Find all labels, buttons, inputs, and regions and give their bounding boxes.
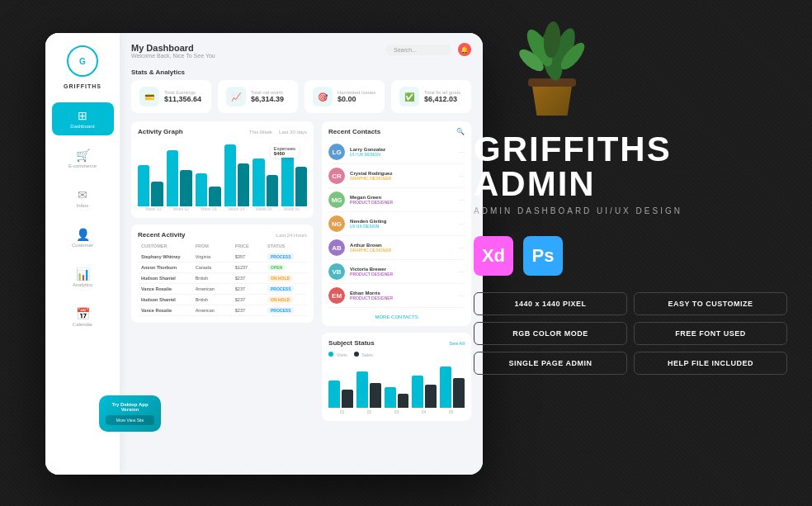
brand-name: GRIFFITHS ADMIN (474, 132, 787, 201)
header-right: Search... 🔔 (385, 43, 471, 56)
sales-bar-5 (453, 378, 465, 408)
bar-2a (167, 150, 178, 206)
feature-badge-2: RGB COLOR MODE (474, 322, 627, 345)
search-bar[interactable]: Search... (385, 45, 451, 55)
stats-section: Stats & Analytics 💳 Total Earnings $11,3… (131, 69, 471, 113)
table-row: Stephany Whitney Virginia $357 PROCESS (138, 252, 307, 262)
right-column: Recent Contacts 🔍 LG Larry Gonzalez UI /… (322, 121, 471, 421)
table-row: Vance Rosalie American $237 PROCESS (138, 305, 307, 316)
contact-avatar-6: VB (328, 263, 345, 280)
more-dots-7[interactable]: ··· (459, 292, 465, 300)
bar-5a (253, 158, 264, 206)
contact-item-2: CR Crystal Rodriguez GRAPHIC DESIGNER ··… (328, 164, 465, 188)
contact-avatar-2: CR (328, 168, 345, 184)
contact-info-5: Arthur Brown GRAPHIC DESIGNER (350, 243, 454, 253)
sidebar-brand: GRIFFITHS (64, 83, 102, 89)
feature-badge-4: SINGLE PAGE ADMIN (474, 352, 627, 375)
status-badge: ON HOLD (267, 296, 293, 303)
bar-group-2 (167, 150, 192, 206)
analytics-icon: 📊 (76, 267, 90, 281)
earnings-info: Total Earnings $11,356.64 (164, 90, 201, 103)
graph-x-labels: Week 01 Week 02 Week 03 Week 04 Week 05 … (138, 206, 307, 211)
home-icon: ⊞ (78, 109, 87, 122)
stat-networth: 📈 Total net worth $6,314.39 (218, 80, 298, 113)
sidebar-label-inbox: Inbox (77, 203, 89, 208)
more-contacts-button[interactable]: MORE CONTACTS (328, 311, 465, 319)
goals-icon: ✅ (399, 87, 419, 106)
status-legend: Visits Sales (328, 352, 465, 357)
graph-area: Expenses $460 (138, 140, 307, 206)
brand-subtitle: ADMIN DASHBOARD UI/UX DESIGN (474, 206, 787, 215)
bar-1a (138, 165, 149, 206)
contact-avatar-7: EM (328, 287, 345, 304)
feature-badge-1: EASY TO CUSTOMIZE (634, 292, 787, 315)
networth-icon: 📈 (226, 87, 246, 106)
graph-title: Activity Graph (138, 128, 183, 135)
activity-header: Recent Activity Last 24 Hours (138, 231, 307, 239)
sidebar-item-calendar[interactable]: 📅 Calendar (52, 300, 114, 333)
page-title: My Dashboard (131, 43, 215, 53)
feature-badge-5: HELP FILE INCLUDED (634, 352, 787, 375)
bar-1b (151, 182, 163, 206)
header: My Dashboard Welcome Back, Nice To See Y… (131, 43, 471, 59)
contact-item-7: EM Ethan Morris PRODUCT DESIGNER ··· (328, 284, 465, 308)
more-dots-3[interactable]: ··· (459, 196, 465, 204)
status-bar-group-3 (385, 387, 409, 408)
more-dots-1[interactable]: ··· (459, 149, 465, 156)
try-app-title: Try Dektop App Version (106, 402, 154, 412)
sales-dot (354, 352, 359, 357)
status-badge: PROCESS (267, 253, 294, 260)
visits-bar-3 (385, 387, 396, 408)
contact-item-4: NG Nenden Gisting UI/ UX DESIGN ··· (328, 212, 465, 236)
visits-dot (328, 352, 333, 357)
subject-status: Subject Status See All Visits Sales (322, 333, 471, 421)
sidebar-item-ecommerce[interactable]: 🛒 E-commerce (52, 142, 114, 175)
bar-group-3 (196, 173, 221, 206)
sidebar-label-calendar: Calendar (73, 322, 92, 327)
sidebar-item-dashboard[interactable]: ⊞ Dashboard (52, 102, 114, 135)
stats-row: 💳 Total Earnings $11,356.64 📈 Total net … (131, 80, 471, 113)
bar-6b (295, 167, 307, 206)
status-badge: PROCESS (267, 286, 294, 292)
visits-bar-2 (356, 371, 368, 408)
brand-section: GRIFFITHS ADMIN ADMIN DASHBOARD UI/UX DE… (474, 132, 787, 215)
contact-avatar-4: NG (328, 215, 345, 232)
contacts-title: Recent Contacts (328, 128, 380, 135)
visits-bar-5 (440, 366, 451, 408)
mail-icon: ✉ (78, 188, 87, 201)
try-app-button[interactable]: More View Site (106, 415, 154, 425)
sidebar-label-dashboard: Dashboard (70, 124, 94, 129)
try-app-section: Try Dektop App Version More View Site (99, 395, 161, 432)
sidebar-label-analytics: Analytics (73, 282, 92, 287)
stat-goals: ✅ Total fix all goals $6,412.03 (391, 80, 471, 113)
more-dots-6[interactable]: ··· (459, 268, 465, 276)
bar-group-4 (224, 144, 250, 206)
sidebar-item-inbox[interactable]: ✉ Inbox (52, 182, 114, 215)
bar-3b (209, 187, 220, 206)
two-col-layout: Activity Graph This Week Last 30 days Ex… (131, 121, 471, 421)
contacts-search-icon[interactable]: 🔍 (456, 128, 465, 135)
more-dots-4[interactable]: ··· (459, 220, 465, 228)
stat-earnings: 💳 Total Earnings $11,356.64 (131, 80, 211, 113)
more-dots-2[interactable]: ··· (459, 173, 465, 180)
sales-bar-4 (425, 385, 437, 408)
status-x-labels: 01 02 03 04 05 (328, 409, 465, 414)
status-badge: PROCESS (267, 307, 294, 314)
harvested-info: Harvested Issues $0.00 (338, 90, 375, 103)
see-all-link[interactable]: See All (449, 341, 465, 346)
activity-graph: Activity Graph This Week Last 30 days Ex… (131, 121, 314, 218)
table-row: Hudson Shantel British $237 ON HOLD (138, 295, 307, 305)
bar-group-5 (253, 158, 278, 206)
contacts-section: Recent Contacts 🔍 LG Larry Gonzalez UI /… (322, 121, 471, 326)
contact-info-7: Ethan Morris PRODUCT DESIGNER (350, 291, 454, 300)
sidebar-item-analytics[interactable]: 📊 Analytics (52, 261, 114, 294)
activity-table: Recent Activity Last 24 Hours CUSTOMER F… (131, 225, 314, 323)
networth-info: Total net worth $6,314.39 (251, 90, 284, 103)
contact-avatar-3: MG (328, 192, 345, 208)
sidebar-item-customer[interactable]: 👤 Customer (52, 221, 114, 254)
table-row: Vance Rosalie American $237 PROCESS (138, 284, 307, 295)
main-content: My Dashboard Welcome Back, Nice To See Y… (120, 33, 483, 475)
earnings-value: $11,356.64 (164, 95, 201, 103)
contact-info-6: Victoria Brewer PRODUCT DESIGNER (350, 267, 454, 277)
more-dots-5[interactable]: ··· (459, 244, 465, 252)
